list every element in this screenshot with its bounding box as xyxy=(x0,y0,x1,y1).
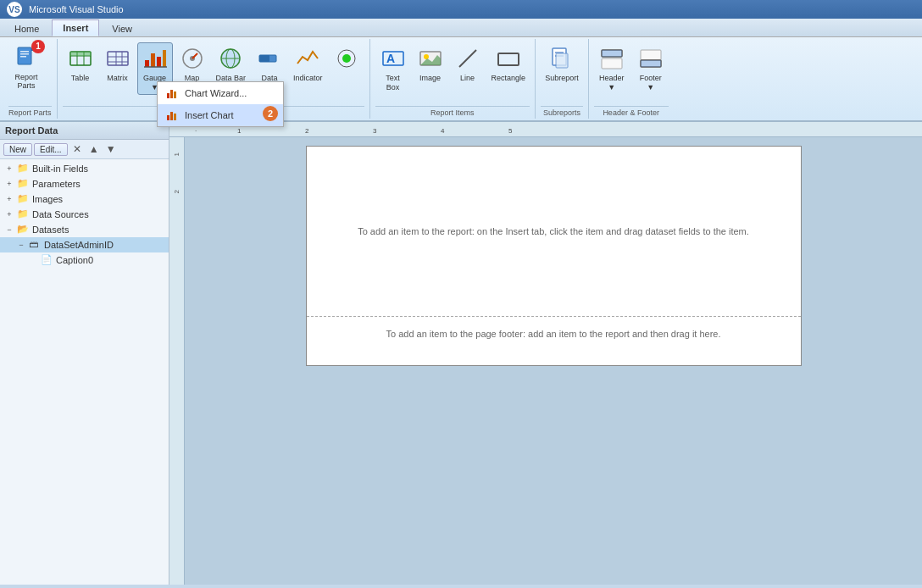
svg-rect-2 xyxy=(20,53,29,55)
field-icon: 📄 xyxy=(41,254,53,266)
panel-toolbar: New Edit... ✕ ▲ ▼ xyxy=(0,140,169,159)
tree-item-dataset-adminid[interactable]: − 🗃 DataSetAdminID xyxy=(0,237,169,252)
expander-builtin: + xyxy=(3,163,15,175)
table-label: Table xyxy=(71,74,90,83)
tree-item-builtin-fields[interactable]: + 📁 Built-in Fields xyxy=(0,161,169,176)
indicator-button[interactable] xyxy=(329,42,364,76)
down-toolbar-icon[interactable]: ▼ xyxy=(103,141,119,157)
ribbon-tabs: Home Insert View xyxy=(0,19,922,37)
page-body: To add an item to the report: on the Ins… xyxy=(307,147,801,316)
svg-rect-16 xyxy=(151,53,155,67)
report-items-group-label: Report Items xyxy=(375,106,530,119)
content-area: · 1 2 3 4 5 1 2 To add an item to the re… xyxy=(169,122,922,585)
rectangle-button[interactable]: Rectangle xyxy=(487,42,530,86)
ribbon-group-report-items: A TextBox Image xyxy=(370,39,536,119)
map-icon xyxy=(217,45,244,72)
tree-item-caption0[interactable]: 📄 Caption0 xyxy=(0,252,169,268)
sparkline-label: Indicator xyxy=(293,74,323,83)
close-toolbar-icon[interactable]: ✕ xyxy=(69,141,85,157)
line-icon xyxy=(454,45,481,72)
ribbon-group-report-parts: ReportParts 1 Report Parts xyxy=(3,39,58,119)
rectangle-icon xyxy=(495,45,522,72)
badge-1: 1 xyxy=(31,40,45,53)
report-parts-button[interactable]: ReportParts 1 xyxy=(8,42,44,93)
header-icon xyxy=(598,45,625,72)
dataset-adminid-label: DataSetAdminID xyxy=(44,240,114,250)
app-title: Microsoft Visual Studio xyxy=(29,4,124,14)
report-parts-group-label: Report Parts xyxy=(8,106,52,119)
tab-home[interactable]: Home xyxy=(3,20,50,36)
svg-rect-41 xyxy=(602,58,622,69)
gauge-icon xyxy=(179,45,206,72)
svg-rect-42 xyxy=(602,50,622,57)
line-label: Line xyxy=(460,74,475,83)
header-button[interactable]: Header ▼ xyxy=(594,42,630,95)
up-toolbar-icon[interactable]: ▲ xyxy=(86,141,102,157)
tree-item-parameters[interactable]: + 📁 Parameters xyxy=(0,176,169,191)
svg-rect-18 xyxy=(163,50,166,67)
new-button[interactable]: New xyxy=(3,143,32,156)
gauge-button[interactable]: Map xyxy=(175,42,210,86)
matrix-label: Matrix xyxy=(107,74,128,83)
tab-view[interactable]: View xyxy=(101,20,143,36)
sparkline-button[interactable]: Indicator xyxy=(289,42,327,86)
footer-button[interactable]: Footer ▼ xyxy=(633,42,669,95)
subreport-button[interactable]: Subreport xyxy=(541,42,583,86)
tree-item-data-sources[interactable]: + 📁 Data Sources xyxy=(0,207,169,222)
expander-caption0 xyxy=(27,254,39,266)
svg-rect-43 xyxy=(641,50,661,60)
page-canvas-wrapper: To add an item to the report: on the Ins… xyxy=(185,137,922,585)
insert-chart-label: Insert Chart xyxy=(185,110,233,120)
folder-icon-datasources: 📁 xyxy=(17,208,29,220)
folder-icon-datasets: 📂 xyxy=(17,224,29,236)
header-footer-group-label: Header & Footer xyxy=(594,106,669,119)
matrix-button[interactable]: Matrix xyxy=(100,42,136,86)
expander-images: + xyxy=(3,193,15,205)
svg-rect-48 xyxy=(174,92,176,98)
tab-insert[interactable]: Insert xyxy=(52,19,99,36)
image-icon xyxy=(417,45,444,72)
textbox-button[interactable]: A TextBox xyxy=(375,42,411,95)
svg-rect-39 xyxy=(556,53,568,68)
svg-rect-49 xyxy=(167,115,169,120)
app-logo: VS xyxy=(7,2,22,17)
svg-rect-35 xyxy=(498,53,519,65)
badge-2: 2 xyxy=(263,106,278,121)
subreport-label: Subreport xyxy=(545,74,579,83)
svg-line-34 xyxy=(459,50,476,67)
page-canvas: To add an item to the report: on the Ins… xyxy=(306,146,802,366)
svg-text:A: A xyxy=(386,52,395,65)
parameters-label: Parameters xyxy=(32,179,81,189)
main-layout: Report Data New Edit... ✕ ▲ ▼ + 📁 Built-… xyxy=(0,122,922,585)
insert-chart-item[interactable]: Insert Chart 2 xyxy=(158,104,283,126)
chart-dropdown-menu: Chart Wizard... Insert Chart 2 xyxy=(157,81,284,127)
tree-item-datasets[interactable]: − 📂 Datasets xyxy=(0,222,169,237)
chart-wizard-label: Chart Wizard... xyxy=(185,88,247,98)
subreport-icon xyxy=(548,45,575,72)
textbox-label: TextBox xyxy=(386,74,400,92)
map-button[interactable]: Data Bar xyxy=(212,42,251,86)
report-parts-label: ReportParts xyxy=(14,74,37,91)
expander-datasources: + xyxy=(3,208,15,220)
expander-adminid: − xyxy=(15,239,27,251)
ribbon: ReportParts 1 Report Parts Table xyxy=(0,37,922,122)
panel-header: Report Data xyxy=(0,122,169,140)
tree-item-images[interactable]: + 📁 Images xyxy=(0,191,169,207)
svg-point-33 xyxy=(424,54,429,59)
matrix-icon xyxy=(104,45,131,72)
databar-icon xyxy=(256,45,283,72)
footer-icon xyxy=(637,45,664,72)
table-button[interactable]: Table xyxy=(63,42,98,86)
caption0-label: Caption0 xyxy=(56,255,93,265)
subreports-group-label: Subreports xyxy=(541,106,583,119)
svg-rect-9 xyxy=(70,52,91,56)
images-label: Images xyxy=(32,194,63,204)
chart-wizard-item[interactable]: Chart Wizard... xyxy=(158,82,283,104)
datasets-label: Datasets xyxy=(32,225,69,235)
line-button[interactable]: Line xyxy=(450,42,486,86)
edit-button[interactable]: Edit... xyxy=(34,143,68,156)
page-body-hint: To add an item to the report: on the Ins… xyxy=(358,226,749,236)
svg-rect-45 xyxy=(641,60,661,67)
image-button[interactable]: Image xyxy=(413,42,448,86)
dataset-icon: 🗃 xyxy=(29,239,41,251)
